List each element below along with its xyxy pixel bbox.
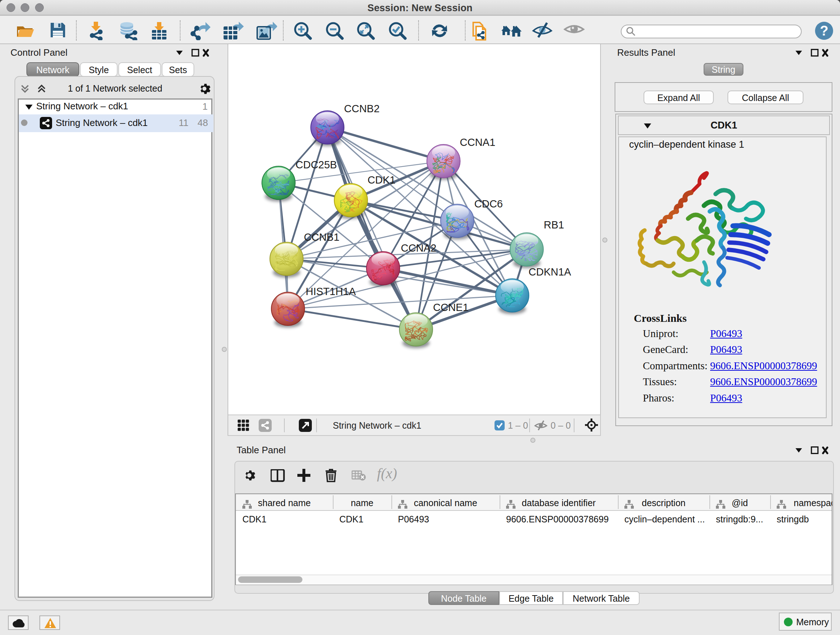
svg-text:CCNB1: CCNB1 [304,231,339,243]
svg-text:RB1: RB1 [544,219,564,231]
svg-text:CDK1: CDK1 [368,174,395,186]
svg-text:CCNA2: CCNA2 [401,242,436,254]
svg-text:CCNE1: CCNE1 [433,302,469,313]
svg-text:CDKN1A: CDKN1A [529,266,571,278]
svg-text:CDC6: CDC6 [474,198,503,210]
svg-text:CCNB2: CCNB2 [344,103,379,114]
svg-text:CCNA1: CCNA1 [460,136,495,148]
svg-text:CDC25B: CDC25B [295,159,337,171]
svg-text:HIST1H1A: HIST1H1A [306,286,356,297]
svg-text:?: ? [820,23,828,38]
